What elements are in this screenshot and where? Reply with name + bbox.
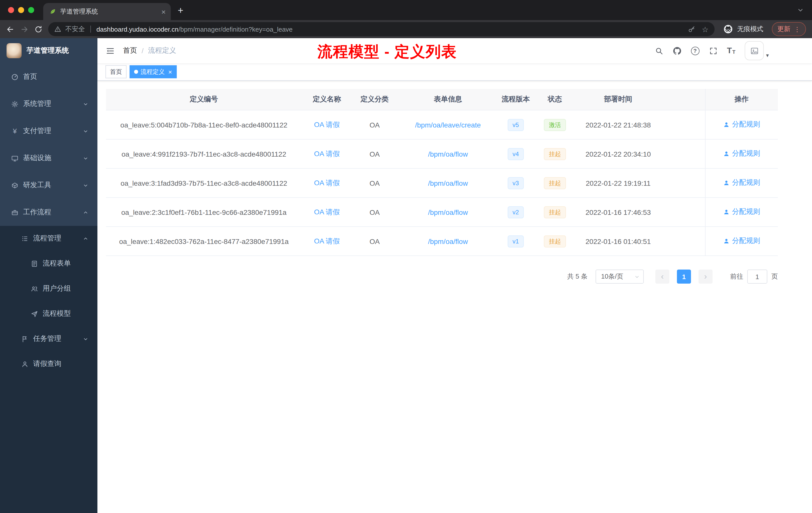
user-avatar[interactable]: ▾ bbox=[745, 41, 769, 60]
bookmark-star-icon[interactable]: ☆ bbox=[702, 25, 708, 33]
app-title: 芋道管理系统 bbox=[27, 46, 69, 55]
form-link[interactable]: /bpm/oa/leave/create bbox=[415, 121, 481, 129]
pagination-total: 共 5 条 bbox=[567, 272, 587, 281]
menu-dots-icon[interactable]: ⋮ bbox=[794, 25, 801, 33]
col-header-form-info: 表单信息 bbox=[397, 89, 499, 110]
goto-page-input[interactable] bbox=[747, 270, 767, 283]
tag-current[interactable]: 流程定义 × bbox=[129, 65, 176, 78]
assign-rule-link[interactable]: 分配规则 bbox=[723, 208, 760, 217]
password-key-icon[interactable] bbox=[688, 25, 695, 33]
not-secure-label: 不安全 bbox=[65, 25, 85, 34]
minimize-window-button[interactable] bbox=[18, 7, 24, 13]
sidebar-item-user-group[interactable]: 用户分组 bbox=[0, 276, 97, 301]
url-path: /bpm/manager/definition?key=oa_leave bbox=[178, 25, 293, 33]
assign-rule-link[interactable]: 分配规则 bbox=[723, 149, 760, 158]
help-glyph: ? bbox=[693, 48, 696, 54]
browser-toolbar: 不安全 dashboard.yudao.iocoder.cn/bpm/manag… bbox=[0, 20, 812, 38]
user-icon bbox=[21, 360, 29, 368]
status-badge: 挂起 bbox=[544, 206, 566, 218]
zoom-window-button[interactable] bbox=[28, 7, 34, 13]
form-link[interactable]: /bpm/oa/flow bbox=[428, 208, 468, 216]
cell-category: OA bbox=[352, 169, 397, 198]
back-icon[interactable] bbox=[6, 25, 14, 33]
table-row: oa_leave:5:004b710b-7b8a-11ec-8ef0-acde4… bbox=[106, 110, 778, 139]
sidebar-top-section: 芋道管理系统 首页 系统管理 ¥ 支付管理 基 bbox=[0, 38, 97, 226]
user-icon bbox=[723, 151, 730, 157]
definition-name-link[interactable]: OA 请假 bbox=[314, 237, 340, 245]
user-icon bbox=[723, 121, 730, 128]
sidebar-item-workflow[interactable]: 工作流程 bbox=[0, 199, 97, 226]
not-secure-warning-icon[interactable] bbox=[54, 26, 61, 33]
sidebar-item-task-management[interactable]: 任务管理 bbox=[0, 326, 97, 351]
sidebar-item-label: 研发工具 bbox=[23, 181, 51, 190]
sidebar-item-home[interactable]: 首页 bbox=[0, 63, 97, 90]
sidebar-item-system-management[interactable]: 系统管理 bbox=[0, 90, 97, 117]
definition-name-link[interactable]: OA 请假 bbox=[314, 178, 340, 186]
page-size-select[interactable]: 10条/页 bbox=[596, 270, 644, 283]
sidebar-item-label: 任务管理 bbox=[33, 334, 61, 343]
new-tab-button[interactable]: + bbox=[178, 5, 183, 15]
next-page-button[interactable]: › bbox=[698, 270, 713, 283]
goto-unit-label: 页 bbox=[771, 272, 778, 281]
close-icon[interactable]: × bbox=[168, 68, 172, 76]
sidebar-item-process-form[interactable]: 流程表单 bbox=[0, 251, 97, 276]
sidebar-item-leave-query[interactable]: 请假查询 bbox=[0, 351, 97, 376]
form-link[interactable]: /bpm/oa/flow bbox=[428, 237, 468, 245]
assign-rule-link[interactable]: 分配规则 bbox=[723, 237, 760, 246]
sidebar-item-payment-management[interactable]: ¥ 支付管理 bbox=[0, 117, 97, 145]
definition-name-link[interactable]: OA 请假 bbox=[314, 208, 340, 216]
breadcrumb-home[interactable]: 首页 bbox=[123, 46, 137, 55]
page-size-value: 10条/页 bbox=[601, 272, 623, 281]
cell-deploy-time: 2022-01-22 19:19:11 bbox=[577, 169, 659, 198]
close-window-button[interactable] bbox=[8, 7, 14, 13]
page-content: 定义编号 定义名称 定义分类 表单信息 流程版本 状态 部署时间 操作 bbox=[97, 81, 812, 513]
prev-page-button[interactable]: ‹ bbox=[655, 270, 669, 283]
forward-icon[interactable] bbox=[20, 25, 29, 33]
sidebar-item-label: 基础设施 bbox=[23, 154, 51, 163]
form-link[interactable]: /bpm/oa/flow bbox=[428, 150, 468, 158]
cell-filler bbox=[659, 139, 705, 169]
tab-close-icon[interactable]: × bbox=[161, 7, 166, 16]
col-header-actions: 操作 bbox=[705, 89, 778, 110]
assign-rule-label: 分配规则 bbox=[732, 208, 760, 217]
search-icon[interactable] bbox=[655, 47, 663, 55]
refresh-icon[interactable] bbox=[34, 25, 43, 33]
address-bar[interactable]: 不安全 dashboard.yudao.iocoder.cn/bpm/manag… bbox=[48, 22, 715, 36]
hamburger-icon[interactable] bbox=[106, 46, 115, 56]
document-icon bbox=[31, 260, 38, 267]
sidebar-item-infrastructure[interactable]: 基础设施 bbox=[0, 145, 97, 172]
sidebar-item-process-model[interactable]: 流程模型 bbox=[0, 301, 97, 326]
tab-search-chevron-icon[interactable] bbox=[797, 6, 804, 13]
browser-tab[interactable]: 芋道管理系统 × bbox=[43, 3, 171, 20]
app-logo[interactable]: 芋道管理系统 bbox=[0, 38, 97, 63]
chevron-down-icon bbox=[83, 101, 88, 107]
chrome-update-button[interactable]: 更新 ⋮ bbox=[772, 22, 806, 36]
col-header-definition-id: 定义编号 bbox=[106, 89, 302, 110]
sidebar-item-label: 流程表单 bbox=[43, 259, 71, 268]
col-header-filler bbox=[659, 89, 705, 110]
sidebar-item-process-management[interactable]: 流程管理 bbox=[0, 226, 97, 251]
current-page-button[interactable]: 1 bbox=[677, 270, 691, 283]
browser-tab-strip: 芋道管理系统 × + bbox=[0, 0, 812, 20]
chevron-up-icon bbox=[83, 210, 88, 215]
assign-rule-link[interactable]: 分配规则 bbox=[723, 178, 760, 187]
form-link[interactable]: /bpm/oa/flow bbox=[428, 179, 468, 187]
omnibox-divider bbox=[90, 26, 91, 33]
pagination-goto: 前往 页 bbox=[730, 270, 778, 283]
goto-label: 前往 bbox=[730, 272, 743, 281]
dashboard-icon bbox=[11, 73, 19, 81]
assign-rule-label: 分配规则 bbox=[732, 237, 760, 246]
chevron-up-icon bbox=[83, 236, 88, 241]
definition-name-link[interactable]: OA 请假 bbox=[314, 120, 340, 128]
definition-name-link[interactable]: OA 请假 bbox=[314, 149, 340, 157]
flag-icon bbox=[21, 335, 29, 342]
assign-rule-label: 分配规则 bbox=[732, 120, 760, 129]
sidebar-item-dev-tools[interactable]: 研发工具 bbox=[0, 172, 97, 199]
assign-rule-link[interactable]: 分配规则 bbox=[723, 120, 760, 129]
logo-avatar bbox=[6, 43, 22, 58]
help-icon[interactable]: ? bbox=[691, 47, 699, 55]
fullscreen-icon[interactable] bbox=[709, 47, 717, 55]
font-size-icon[interactable]: T T bbox=[727, 47, 735, 55]
tag-home[interactable]: 首页 bbox=[106, 65, 126, 78]
github-icon[interactable] bbox=[673, 47, 681, 55]
